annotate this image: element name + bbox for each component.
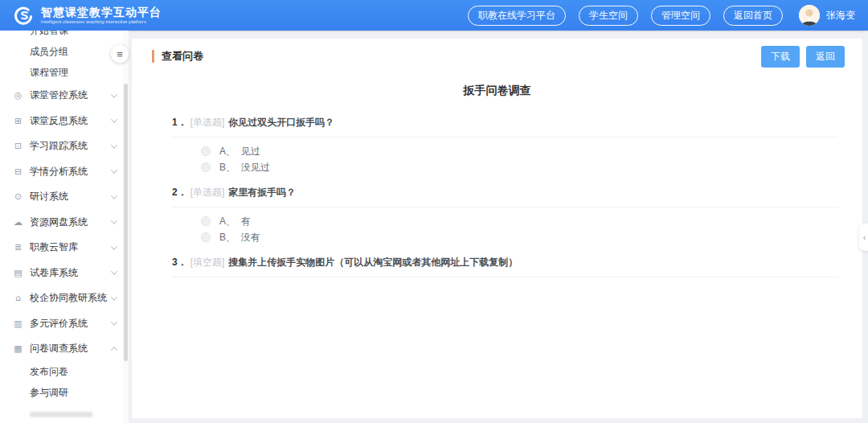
sidebar-item-vocational-cloud-thinktank[interactable]: ≣ 职教云智库 xyxy=(0,235,129,261)
chevron-down-icon xyxy=(111,192,117,199)
question-3: 3． [填空题] 搜集并上传扳手实物图片（可以从淘宝网或者其他网址上下载复制） xyxy=(172,249,838,277)
app-header: 智慧课堂教学互动平台 Intelligent classroom teachin… xyxy=(0,0,868,31)
sidebar-item-label: 校企协同教研系统 xyxy=(30,291,107,305)
chevron-down-icon xyxy=(111,142,117,148)
sidebar-item-label: 多元评价系统 xyxy=(30,317,88,331)
question-1-option-b[interactable]: B、 没见过 xyxy=(201,159,838,175)
chevron-down-icon xyxy=(111,91,117,97)
avatar[interactable] xyxy=(799,5,820,26)
collapse-chevron-icon: ‹ xyxy=(863,232,866,242)
partially-visible-item xyxy=(30,412,92,417)
chevron-down-icon xyxy=(111,319,117,326)
chevron-down-icon xyxy=(111,294,117,300)
chevron-down-icon xyxy=(111,167,117,174)
learning-tracking-icon: ⊡ xyxy=(12,141,24,151)
evaluation-icon: ▥ xyxy=(12,318,24,329)
question-text: 搜集并上传扳手实物图片（可以从淘宝网或者其他网址上下载复制） xyxy=(228,256,518,269)
test-paper-icon: ▤ xyxy=(12,268,24,278)
sidebar-item-label: 参与调研 xyxy=(30,386,68,400)
question-1-option-a[interactable]: A、 见过 xyxy=(201,143,838,159)
content-header: 查看问卷 下载 返回 xyxy=(132,39,862,74)
sidebar-item-label: 问卷调查系统 xyxy=(30,342,88,355)
question-text: 家里有扳手吗？ xyxy=(228,186,296,199)
sidebar-item-start-smart-class[interactable]: 开始智课 xyxy=(0,31,129,41)
sidebar-item-learning-tracking-system[interactable]: ⊡ 学习跟踪系统 xyxy=(0,133,129,159)
option-label: 没有 xyxy=(241,231,260,244)
question-2-option-a[interactable]: A、 有 xyxy=(201,213,838,229)
username[interactable]: 张海变 xyxy=(826,9,855,23)
sidebar-item-classroom-reflection-system[interactable]: ⊞ 课堂反思系统 xyxy=(0,109,129,134)
sidebar-item-label: 发布问卷 xyxy=(30,365,68,379)
sidebar-item-label: 资源网盘系统 xyxy=(30,216,88,229)
accent-bar xyxy=(152,50,154,63)
question-2-option-b[interactable]: B、 没有 xyxy=(201,229,838,245)
download-button[interactable]: 下载 xyxy=(761,46,800,68)
sidebar: 开始智课 成员分组 课程管理 ◎ 课堂管控系统 ⊞ 课堂反思系统 xyxy=(0,31,129,423)
content-card: ≡ 查看问卷 下载 返回 扳手问卷调查 1． xyxy=(132,39,862,418)
option-key: A、 xyxy=(219,215,235,228)
option-label: 没见过 xyxy=(241,161,270,175)
school-enterprise-icon: ⌂ xyxy=(12,293,24,303)
question-title: 2． [单选题] 家里有扳手吗？ xyxy=(172,179,838,207)
chevron-up-icon xyxy=(111,347,117,353)
question-title: 3． [填空题] 搜集并上传扳手实物图片（可以从淘宝网或者其他网址上下载复制） xyxy=(172,249,838,277)
logo: 智慧课堂教学互动平台 Intelligent classroom teachin… xyxy=(13,5,162,27)
question-type-tag: [单选题] xyxy=(190,186,225,199)
option-key: A、 xyxy=(219,145,235,158)
discussion-icon: ⊙ xyxy=(12,191,24,202)
sidebar-item-label: 试卷库系统 xyxy=(30,266,78,280)
option-label: 有 xyxy=(241,215,251,228)
nav-student-space-button[interactable]: 学生空间 xyxy=(579,6,638,26)
sidebar-item-learning-analysis-system[interactable]: ⊟ 学情分析系统 xyxy=(0,159,129,185)
radio-icon[interactable] xyxy=(201,162,211,172)
cloud-disk-icon: ☁ xyxy=(12,217,24,228)
question-number: 2． xyxy=(172,186,187,199)
sidebar-item-discussion-system[interactable]: ⊙ 研讨系统 xyxy=(0,184,129,210)
question-type-tag: [填空题] xyxy=(190,256,225,269)
back-button[interactable]: 返回 xyxy=(806,46,845,68)
sidebar-item-school-enterprise-research-system[interactable]: ⌂ 校企协同教研系统 xyxy=(0,285,129,311)
classroom-control-icon: ◎ xyxy=(12,90,24,101)
sidebar-item-label: 课堂反思系统 xyxy=(30,114,88,128)
page-title: 查看问卷 xyxy=(162,49,203,64)
chevron-down-icon xyxy=(111,269,117,275)
question-title: 1． [单选题] 你见过双头开口扳手吗？ xyxy=(172,109,838,138)
avatar-image xyxy=(799,5,820,26)
question-1: 1． [单选题] 你见过双头开口扳手吗？ A、 见过 xyxy=(172,109,838,179)
sidebar-item-course-management[interactable]: 课程管理 xyxy=(0,62,129,83)
sidebar-menu: 开始智课 成员分组 课程管理 ◎ 课堂管控系统 ⊞ 课堂反思系统 xyxy=(0,31,129,417)
platform-subtitle: Intelligent classroom teaching interacti… xyxy=(41,18,152,23)
sidebar-item-classroom-control-system[interactable]: ◎ 课堂管控系统 xyxy=(0,83,129,109)
hamburger-icon: ≡ xyxy=(117,48,123,60)
option-label: 见过 xyxy=(241,145,260,158)
radio-icon[interactable] xyxy=(201,216,211,226)
sidebar-item-resource-cloud-disk-system[interactable]: ☁ 资源网盘系统 xyxy=(0,210,129,236)
thinktank-icon: ≣ xyxy=(12,242,24,253)
app-window: 智慧课堂教学互动平台 Intelligent classroom teachin… xyxy=(0,0,868,423)
question-list: 1． [单选题] 你见过双头开口扳手吗？ A、 见过 xyxy=(172,109,838,277)
panel-collapse-button[interactable]: ‹ xyxy=(859,224,868,251)
radio-icon[interactable] xyxy=(201,146,211,156)
nav-vocational-platform-button[interactable]: 职教在线学习平台 xyxy=(468,6,566,26)
sidebar-item-publish-questionnaire[interactable]: 发布问卷 xyxy=(0,362,129,383)
question-type-tag: [单选题] xyxy=(190,116,225,129)
sidebar-item-test-paper-library-system[interactable]: ▤ 试卷库系统 xyxy=(0,261,129,286)
radio-icon[interactable] xyxy=(201,232,211,242)
sidebar-item-label: 学习跟踪系统 xyxy=(30,139,88,153)
sidebar-toggle-button[interactable]: ≡ xyxy=(111,45,129,63)
option-key: B、 xyxy=(219,161,235,175)
sidebar-scrollbar-thumb[interactable] xyxy=(124,84,128,361)
nav-home-button[interactable]: 返回首页 xyxy=(723,6,783,26)
body-frame: 开始智课 成员分组 课程管理 ◎ 课堂管控系统 ⊞ 课堂反思系统 xyxy=(0,31,868,423)
sidebar-item-multi-evaluation-system[interactable]: ▥ 多元评价系统 xyxy=(0,311,129,337)
sidebar-item-participate-survey[interactable]: 参与调研 xyxy=(0,383,129,404)
question-text: 你见过双头开口扳手吗？ xyxy=(228,116,334,129)
nav-admin-space-button[interactable]: 管理空间 xyxy=(651,6,710,26)
sidebar-item-label: 成员分组 xyxy=(30,45,68,59)
sidebar-item-member-grouping[interactable]: 成员分组 xyxy=(0,41,129,62)
question-number: 3． xyxy=(172,256,187,269)
platform-title: 智慧课堂教学互动平台 xyxy=(41,6,162,18)
survey-view: 扳手问卷调查 1． [单选题] 你见过双头开口扳手吗？ xyxy=(132,84,862,277)
chevron-down-icon xyxy=(111,218,117,224)
sidebar-item-questionnaire-survey-system[interactable]: ▦ 问卷调查系统 xyxy=(0,336,129,362)
